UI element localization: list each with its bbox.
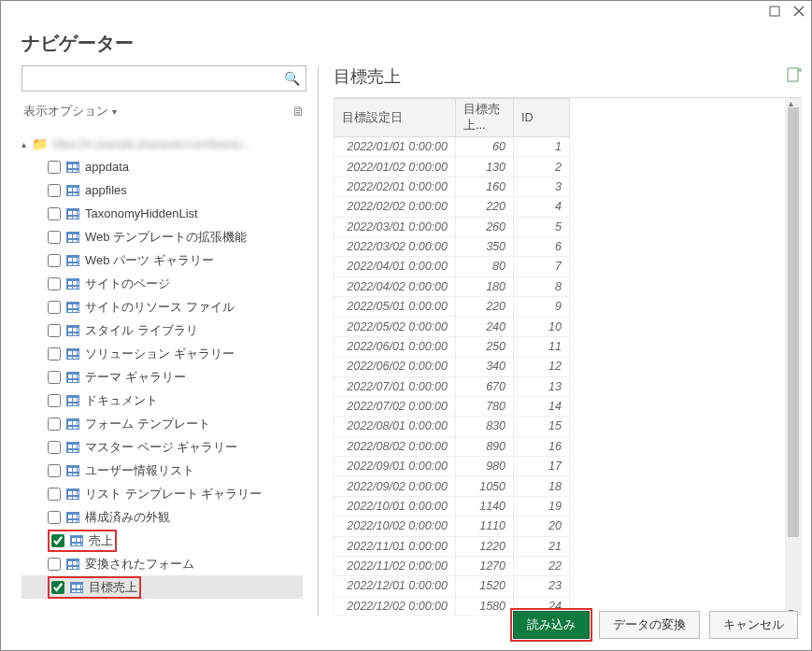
tree-item[interactable]: 変換されたフォーム: [21, 552, 303, 575]
tree-item[interactable]: TaxonomyHiddenList: [21, 202, 303, 225]
cell-date: 2022/11/02 0:00:00: [335, 556, 456, 575]
scrollbar-thumb[interactable]: [788, 107, 799, 537]
table-row[interactable]: 2022/10/02 0:00:00111020: [335, 517, 570, 536]
tree-item-checkbox[interactable]: [48, 231, 61, 244]
tree-item[interactable]: ドキュメント: [21, 389, 303, 412]
tree-item-checkbox[interactable]: [48, 254, 61, 267]
vertical-scrollbar[interactable]: ▴ ▾: [785, 98, 802, 616]
tree-item-checkbox[interactable]: [51, 534, 64, 547]
tree-item-checkbox[interactable]: [48, 511, 61, 524]
tree-item-label: テーマ ギャラリー: [85, 369, 186, 386]
table-icon: [66, 418, 79, 430]
window-maximize-button[interactable]: [768, 5, 781, 18]
document-icon[interactable]: 🗎: [292, 104, 305, 119]
tree-item[interactable]: appfiles: [21, 178, 303, 202]
tree-root-node[interactable]: ▴ 📁 https://m.example.sharepoint.com/tea…: [21, 133, 303, 155]
refresh-icon[interactable]: [787, 67, 802, 86]
cell-id: 2: [514, 157, 570, 177]
tree-item-checkbox[interactable]: [48, 324, 61, 337]
tree-item-checkbox[interactable]: [48, 301, 61, 314]
table-row[interactable]: 2022/11/01 0:00:00122021: [335, 536, 570, 556]
table-row[interactable]: 2022/01/02 0:00:001302: [335, 157, 570, 177]
tree-item-label: リスト テンプレート ギャラリー: [85, 486, 262, 502]
cell-value: 1110: [456, 517, 514, 536]
table-row[interactable]: 2022/03/01 0:00:002605: [335, 217, 570, 236]
table-row[interactable]: 2022/04/01 0:00:00807: [335, 257, 570, 276]
table-row[interactable]: 2022/09/02 0:00:00105018: [335, 476, 570, 496]
tree-item-checkbox[interactable]: [48, 394, 61, 407]
cell-value: 890: [456, 436, 514, 456]
table-row[interactable]: 2022/10/01 0:00:00114019: [335, 496, 570, 516]
display-options-dropdown[interactable]: 表示オプション ▾ 🗎: [21, 97, 306, 125]
cell-id: 7: [514, 257, 570, 276]
column-header-value[interactable]: 目標売上...: [456, 99, 514, 137]
collapse-icon[interactable]: ▴: [21, 139, 26, 149]
tree-item-label: ドキュメント: [85, 392, 158, 409]
tree-item-checkbox[interactable]: [48, 277, 61, 290]
table-row[interactable]: 2022/01/01 0:00:00601: [335, 137, 570, 157]
table-row[interactable]: 2022/05/01 0:00:002209: [335, 297, 570, 317]
table-row[interactable]: 2022/04/02 0:00:001808: [335, 276, 570, 296]
tree-item[interactable]: Web パーツ ギャラリー: [21, 248, 303, 272]
tree-item[interactable]: ユーザー情報リスト: [21, 459, 303, 482]
tree-item[interactable]: appdata: [21, 155, 303, 178]
tree-item[interactable]: 売上: [21, 529, 303, 552]
tree-item-checkbox[interactable]: [48, 558, 61, 571]
table-row[interactable]: 2022/07/01 0:00:0067013: [335, 376, 570, 396]
search-input[interactable]: [28, 72, 284, 86]
table-row[interactable]: 2022/08/02 0:00:0089016: [335, 436, 570, 456]
cell-id: 3: [514, 177, 570, 196]
navigator-tree[interactable]: ▴ 📁 https://m.example.sharepoint.com/tea…: [21, 125, 306, 616]
column-header-date[interactable]: 目標設定日: [335, 99, 456, 137]
table-row[interactable]: 2022/05/02 0:00:0024010: [335, 317, 570, 336]
tree-item[interactable]: 構成済みの外観: [21, 505, 303, 529]
table-row[interactable]: 2022/12/01 0:00:00152023: [335, 576, 570, 596]
table-icon: [66, 185, 79, 196]
tree-item-checkbox[interactable]: [48, 161, 61, 174]
table-row[interactable]: 2022/03/02 0:00:003506: [335, 236, 570, 256]
table-row[interactable]: 2022/06/01 0:00:0025011: [335, 336, 570, 356]
table-row[interactable]: 2022/11/02 0:00:00127022: [335, 556, 570, 575]
search-box[interactable]: 🔍: [21, 65, 306, 92]
tree-item-checkbox[interactable]: [48, 441, 61, 454]
tree-item-checkbox[interactable]: [48, 184, 61, 197]
tree-item[interactable]: サイトのページ: [21, 272, 303, 295]
preview-table[interactable]: 目標設定日 目標売上... ID 2022/01/01 0:00:0060120…: [334, 98, 570, 616]
column-header-id[interactable]: ID: [514, 99, 570, 137]
load-button[interactable]: 読み込み: [513, 611, 590, 639]
tree-item[interactable]: リスト テンプレート ギャラリー: [21, 482, 303, 505]
tree-item[interactable]: ソリューション ギャラリー: [21, 342, 303, 365]
table-row[interactable]: 2022/02/02 0:00:002204: [335, 197, 570, 217]
tree-item[interactable]: マスター ページ ギャラリー: [21, 435, 303, 459]
tree-item-checkbox[interactable]: [48, 417, 61, 431]
tree-item-checkbox[interactable]: [48, 371, 61, 384]
tree-item[interactable]: Web テンプレートの拡張機能: [21, 225, 303, 248]
table-row[interactable]: 2022/02/01 0:00:001603: [335, 177, 570, 196]
tree-item-checkbox[interactable]: [48, 464, 61, 477]
tree-item-label: サイトのページ: [85, 276, 170, 292]
table-row[interactable]: 2022/08/01 0:00:0083015: [335, 417, 570, 436]
tree-item-checkbox[interactable]: [51, 581, 64, 594]
window-close-button[interactable]: [792, 5, 805, 18]
cell-value: 350: [456, 236, 514, 256]
tree-item[interactable]: フォーム テンプレート: [21, 412, 303, 435]
tree-item[interactable]: スタイル ライブラリ: [21, 318, 303, 342]
cell-date: 2022/03/02 0:00:00: [335, 236, 456, 256]
tree-item[interactable]: テーマ ギャラリー: [21, 365, 303, 389]
transform-button[interactable]: データの変換: [599, 611, 700, 639]
tree-item-label: マスター ページ ギャラリー: [85, 439, 237, 456]
table-row[interactable]: 2022/09/01 0:00:0098017: [335, 457, 570, 476]
table-icon: [66, 302, 79, 313]
cell-date: 2022/08/01 0:00:00: [335, 417, 456, 436]
cancel-button[interactable]: キャンセル: [709, 611, 798, 639]
cell-id: 14: [514, 396, 570, 416]
tree-item-checkbox[interactable]: [48, 488, 61, 501]
table-row[interactable]: 2022/07/02 0:00:0078014: [335, 396, 570, 416]
cell-value: 1580: [456, 596, 514, 616]
tree-item[interactable]: サイトのリソース ファイル: [21, 295, 303, 318]
table-row[interactable]: 2022/06/02 0:00:0034012: [335, 357, 570, 376]
tree-item-checkbox[interactable]: [48, 207, 61, 220]
tree-item-checkbox[interactable]: [48, 347, 61, 361]
tree-item-label: フォーム テンプレート: [85, 416, 210, 432]
tree-item[interactable]: 目標売上: [21, 575, 303, 599]
